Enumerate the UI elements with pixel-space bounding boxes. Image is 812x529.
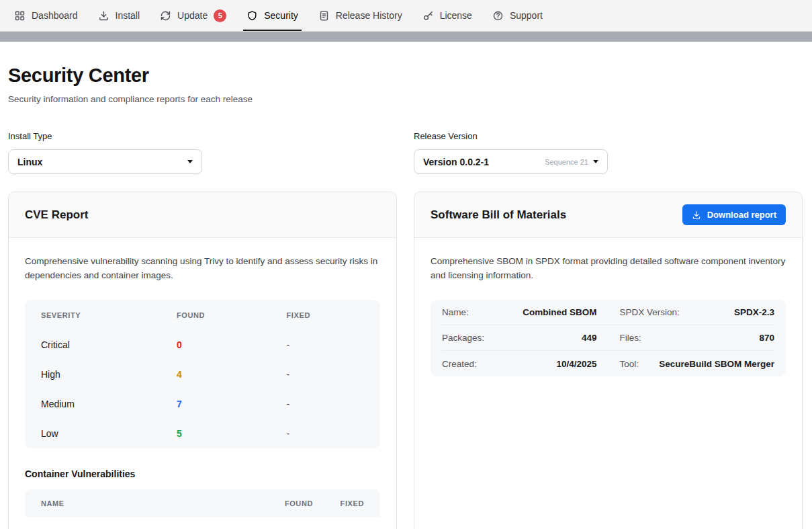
nav-tab-dashboard[interactable]: Dashboard — [4, 0, 88, 31]
sbom-field-created: Created: 10/4/2025 — [442, 359, 597, 369]
dashboard-icon — [14, 10, 26, 22]
found-count: 7 — [177, 399, 287, 409]
nav-tab-security[interactable]: Security — [236, 0, 308, 31]
severity-label: High — [41, 369, 177, 380]
update-icon — [160, 10, 171, 22]
license-key-icon — [422, 10, 434, 22]
install-type-label: Install Type — [8, 131, 397, 141]
chevron-down-icon — [593, 160, 598, 163]
cve-table-header: SEVERITY FOUND FIXED — [25, 300, 380, 330]
sbom-summary-table: Name: Combined SBOM SPDX Version: SPDX-2… — [431, 300, 786, 376]
field-value: SPDX-2.3 — [734, 307, 774, 317]
nav-tab-install[interactable]: Install — [88, 0, 150, 31]
field-value: 449 — [582, 333, 597, 343]
field-label: Tool: — [620, 359, 639, 369]
sbom-description: Comprehensive SBOM in SPDX format provid… — [431, 254, 786, 282]
install-type-filter: Install Type Linux — [8, 131, 397, 174]
nav-label: Security — [264, 10, 298, 21]
release-version-label: Release Version — [414, 131, 803, 141]
download-report-label: Download report — [707, 210, 776, 220]
page-title: Security Center — [8, 65, 803, 87]
install-type-select[interactable]: Linux — [8, 149, 202, 174]
sbom-row: Name: Combined SBOM SPDX Version: SPDX-2… — [442, 300, 774, 325]
cve-report-title: CVE Report — [25, 208, 88, 222]
divider-band — [0, 32, 812, 42]
col-severity: SEVERITY — [41, 311, 177, 319]
col-found: FOUND — [278, 499, 313, 507]
install-icon — [98, 10, 109, 22]
container-vulnerabilities-title: Container Vulnerabilities — [25, 469, 380, 479]
cve-severity-table: SEVERITY FOUND FIXED Critical 0 - High 4… — [25, 300, 380, 448]
release-version-select[interactable]: Version 0.0.2-1 Sequence 21 — [414, 149, 608, 174]
nav-tab-update[interactable]: Update 5 — [150, 0, 236, 31]
sbom-field-tool: Tool: SecureBuild SBOM Merger — [620, 359, 775, 369]
sbom-field-name: Name: Combined SBOM — [442, 307, 597, 317]
sbom-field-packages: Packages: 449 — [442, 333, 597, 343]
fixed-count: - — [287, 399, 364, 409]
nav-tab-release-history[interactable]: Release History — [308, 0, 412, 31]
sbom-header: Software Bill of Materials Download repo… — [414, 192, 802, 238]
cards-row: CVE Report Comprehensive vulnerability s… — [8, 192, 803, 529]
sbom-field-spdx-version: SPDX Version: SPDX-2.3 — [620, 307, 775, 317]
table-row-critical: Critical 0 - — [25, 330, 380, 360]
nav-label: Dashboard — [32, 10, 78, 21]
nav-tab-support[interactable]: Support — [482, 0, 553, 31]
fixed-count: - — [287, 369, 364, 380]
nav-label: Release History — [336, 10, 402, 21]
update-count-badge: 5 — [214, 9, 226, 22]
cve-report-card: CVE Report Comprehensive vulnerability s… — [8, 192, 397, 529]
col-fixed: FIXED — [287, 311, 364, 319]
col-fixed: FIXED — [329, 499, 364, 507]
field-value: 10/4/2025 — [556, 359, 596, 369]
shield-icon — [246, 10, 258, 22]
support-icon — [492, 10, 504, 22]
field-label: Name: — [442, 307, 469, 317]
sbom-row: Packages: 449 Files: 870 — [442, 325, 774, 351]
filters-row: Install Type Linux Release Version Versi… — [8, 131, 803, 174]
sbom-card: Software Bill of Materials Download repo… — [414, 192, 803, 529]
severity-label: Critical — [41, 339, 177, 350]
top-navigation: Dashboard Install Update 5 Security Rele… — [0, 0, 812, 32]
field-label: SPDX Version: — [620, 307, 680, 317]
field-value: Combined SBOM — [523, 307, 596, 317]
download-report-button[interactable]: Download report — [682, 204, 786, 225]
fixed-count: - — [287, 428, 364, 439]
release-version-value: Version 0.0.2-1 — [423, 157, 545, 167]
sbom-field-files: Files: 870 — [620, 333, 775, 343]
nav-label: Update — [177, 10, 208, 21]
nav-label: Install — [116, 10, 140, 21]
cve-report-header: CVE Report — [9, 192, 396, 238]
field-value: 870 — [759, 333, 774, 343]
container-table-header: NAME FOUND FIXED — [25, 489, 380, 517]
sbom-body: Comprehensive SBOM in SPDX format provid… — [414, 238, 802, 393]
install-type-value: Linux — [17, 157, 187, 167]
page-subtitle: Security information and compliance repo… — [8, 94, 803, 104]
severity-label: Medium — [41, 399, 177, 409]
found-count: 4 — [177, 369, 287, 380]
field-label: Created: — [442, 359, 477, 369]
table-row-low: Low 5 - — [25, 419, 380, 448]
container-vulnerabilities-table: NAME FOUND FIXED — [25, 489, 380, 517]
cve-report-description: Comprehensive vulnerability scanning usi… — [25, 254, 380, 282]
main-content: Security Center Security information and… — [0, 42, 812, 529]
sbom-title: Software Bill of Materials — [431, 208, 566, 222]
download-icon — [692, 210, 701, 220]
field-value: SecureBuild SBOM Merger — [659, 359, 774, 369]
table-row-high: High 4 - — [25, 360, 380, 389]
found-count: 0 — [177, 339, 287, 350]
chevron-down-icon — [187, 160, 193, 163]
severity-label: Low — [41, 428, 177, 439]
cve-report-body: Comprehensive vulnerability scanning usi… — [9, 238, 396, 529]
col-name: NAME — [41, 499, 262, 507]
release-version-filter: Release Version Version 0.0.2-1 Sequence… — [414, 131, 803, 174]
found-count: 5 — [177, 428, 287, 439]
field-label: Packages: — [442, 333, 484, 343]
fixed-count: - — [287, 339, 364, 350]
release-history-icon — [318, 10, 330, 22]
release-sequence-label: Sequence 21 — [545, 158, 588, 166]
col-found: FOUND — [177, 311, 287, 319]
field-label: Files: — [620, 333, 641, 343]
table-row-medium: Medium 7 - — [25, 389, 380, 419]
nav-tab-license[interactable]: License — [412, 0, 482, 31]
nav-label: License — [440, 10, 472, 21]
